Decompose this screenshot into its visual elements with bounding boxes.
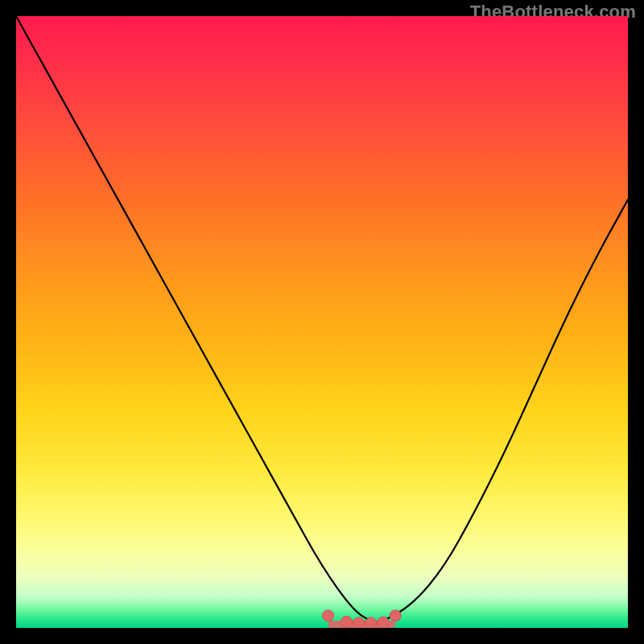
valley-marker: [390, 610, 401, 621]
valley-marker: [323, 610, 334, 621]
valley-marker: [353, 617, 365, 628]
bottleneck-curve-svg: [16, 16, 628, 628]
valley-markers-group: [323, 610, 402, 628]
chart-stage: TheBottleneck.com: [0, 0, 644, 644]
plot-area: [16, 16, 628, 628]
valley-marker: [365, 617, 377, 628]
valley-marker: [341, 616, 352, 627]
bottleneck-curve-path: [16, 16, 628, 621]
valley-marker: [378, 617, 389, 628]
